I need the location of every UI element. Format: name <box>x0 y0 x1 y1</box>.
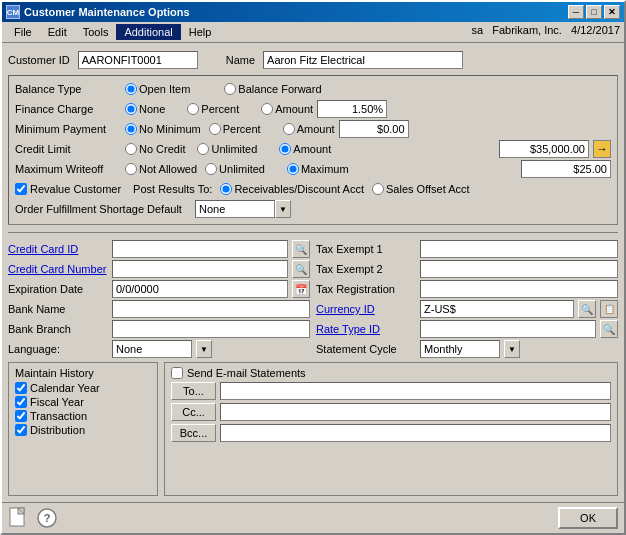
menu-help[interactable]: Help <box>181 24 220 40</box>
currency-id-link[interactable]: Currency ID <box>316 303 416 315</box>
post-results-label: Post Results To: <box>133 183 212 195</box>
finance-charge-radios: None Percent Amount <box>125 100 387 118</box>
bank-name-label: Bank Name <box>8 303 108 315</box>
bank-name-input[interactable] <box>112 300 310 318</box>
menu-additional[interactable]: Additional <box>116 24 180 40</box>
customer-id-input[interactable] <box>78 51 198 69</box>
middle-section: Credit Card ID 🔍 Credit Card Number 🔍 Ex… <box>8 240 618 358</box>
credit-card-id-search-btn[interactable]: 🔍 <box>292 240 310 258</box>
statement-cycle-label: Statement Cycle <box>316 343 416 355</box>
credit-card-id-link[interactable]: Credit Card ID <box>8 243 108 255</box>
order-fulfillment-label: Order Fulfillment Shortage Default <box>15 203 195 215</box>
language-label: Language: <box>8 343 108 355</box>
expiration-date-cal-btn[interactable]: 📅 <box>292 280 310 298</box>
title-bar: CM Customer Maintenance Options ─ □ ✕ <box>2 2 624 22</box>
min-percent-option[interactable]: Percent <box>209 123 261 135</box>
send-email-checkbox[interactable] <box>171 367 183 379</box>
email-to-input[interactable] <box>220 382 611 400</box>
revalue-customer-checkbox[interactable]: Revalue Customer <box>15 183 121 195</box>
finance-percent-option[interactable]: Percent <box>187 103 239 115</box>
credit-card-number-input[interactable] <box>112 260 288 278</box>
left-fields: Credit Card ID 🔍 Credit Card Number 🔍 Ex… <box>8 240 310 358</box>
distribution-checkbox[interactable] <box>15 424 27 436</box>
tax-exempt2-row: Tax Exempt 2 <box>316 260 618 278</box>
history-fiscal-year: Fiscal Year <box>15 396 151 408</box>
currency-id-copy-btn[interactable]: 📋 <box>600 300 618 318</box>
calendar-year-checkbox[interactable] <box>15 382 27 394</box>
currency-id-input[interactable] <box>420 300 574 318</box>
email-to-btn[interactable]: To... <box>171 382 216 400</box>
close-button[interactable]: ✕ <box>604 5 620 19</box>
order-fulfillment-input[interactable]: None <box>195 200 275 218</box>
statement-cycle-dropdown-btn[interactable]: ▼ <box>504 340 520 358</box>
maximum-writeoff-value[interactable] <box>521 160 611 178</box>
history-transaction: Transaction <box>15 410 151 422</box>
email-cc-input[interactable] <box>220 403 611 421</box>
language-input[interactable] <box>112 340 192 358</box>
email-cc-btn[interactable]: Cc... <box>171 403 216 421</box>
order-fulfillment-dropdown-btn[interactable]: ▼ <box>275 200 291 218</box>
email-title-row: Send E-mail Statements <box>171 367 611 379</box>
credit-card-number-link[interactable]: Credit Card Number <box>8 263 108 275</box>
bank-branch-input[interactable] <box>112 320 310 338</box>
credit-limit-arrow[interactable]: → <box>593 140 611 158</box>
right-fields: Tax Exempt 1 Tax Exempt 2 Tax Registrati… <box>316 240 618 358</box>
svg-text:?: ? <box>44 512 51 524</box>
no-minimum-option[interactable]: No Minimum <box>125 123 201 135</box>
credit-card-number-search-btn[interactable]: 🔍 <box>292 260 310 278</box>
window-title: Customer Maintenance Options <box>24 6 190 18</box>
expiration-date-row: Expiration Date 📅 <box>8 280 310 298</box>
rate-type-id-input[interactable] <box>420 320 596 338</box>
not-allowed-option[interactable]: Not Allowed <box>125 163 197 175</box>
post-receivables-option[interactable]: Receivables/Discount Acct <box>220 183 364 195</box>
statement-cycle-input[interactable] <box>420 340 500 358</box>
tax-exempt2-input[interactable] <box>420 260 618 278</box>
credit-card-id-input[interactable] <box>112 240 288 258</box>
menu-file[interactable]: File <box>6 24 40 40</box>
email-bcc-input[interactable] <box>220 424 611 442</box>
new-doc-icon[interactable] <box>8 507 30 529</box>
tax-exempt1-input[interactable] <box>420 240 618 258</box>
balance-type-radios: Open Item Balance Forward <box>125 83 322 95</box>
minimum-payment-value[interactable] <box>339 120 409 138</box>
finance-none-option[interactable]: None <box>125 103 165 115</box>
email-bcc-btn[interactable]: Bcc... <box>171 424 216 442</box>
finance-amount-option[interactable]: Amount <box>261 103 313 115</box>
main-options-section: Balance Type Open Item Balance Forward F… <box>8 75 618 225</box>
main-window: CM Customer Maintenance Options ─ □ ✕ Fi… <box>0 0 626 535</box>
min-amount-option[interactable]: Amount <box>283 123 335 135</box>
minimize-button[interactable]: ─ <box>568 5 584 19</box>
fiscal-year-checkbox[interactable] <box>15 396 27 408</box>
content-area: Customer ID Name Balance Type Open Item … <box>2 43 624 502</box>
customer-name-label: Name <box>226 54 255 66</box>
maximum-writeoff-row: Maximum Writeoff Not Allowed Unlimited M… <box>15 160 611 178</box>
customer-row: Customer ID Name <box>8 49 618 71</box>
customer-name-input[interactable] <box>263 51 463 69</box>
credit-card-id-row: Credit Card ID 🔍 <box>8 240 310 258</box>
maximum-writeoff-radios: Not Allowed Unlimited Maximum <box>125 160 611 178</box>
rate-type-id-search-btn[interactable]: 🔍 <box>600 320 618 338</box>
currency-id-search-btn[interactable]: 🔍 <box>578 300 596 318</box>
maintain-history-title: Maintain History <box>15 367 151 379</box>
credit-limit-value[interactable] <box>499 140 589 158</box>
balance-forward-option[interactable]: Balance Forward <box>224 83 321 95</box>
help-icon[interactable]: ? <box>36 507 58 529</box>
open-item-option[interactable]: Open Item <box>125 83 190 95</box>
maximize-button[interactable]: □ <box>586 5 602 19</box>
finance-charge-value[interactable] <box>317 100 387 118</box>
credit-amount-option[interactable]: Amount <box>279 143 331 155</box>
credit-unlimited-option[interactable]: Unlimited <box>197 143 257 155</box>
menu-tools[interactable]: Tools <box>75 24 117 40</box>
expiration-date-input[interactable] <box>112 280 288 298</box>
maximum-option[interactable]: Maximum <box>287 163 349 175</box>
menu-edit[interactable]: Edit <box>40 24 75 40</box>
tax-registration-input[interactable] <box>420 280 618 298</box>
language-dropdown-btn[interactable]: ▼ <box>196 340 212 358</box>
post-sales-offset-option[interactable]: Sales Offset Acct <box>372 183 470 195</box>
ok-button[interactable]: OK <box>558 507 618 529</box>
rate-type-id-link[interactable]: Rate Type ID <box>316 323 416 335</box>
transaction-checkbox[interactable] <box>15 410 27 422</box>
no-credit-option[interactable]: No Credit <box>125 143 185 155</box>
writeoff-unlimited-option[interactable]: Unlimited <box>205 163 265 175</box>
bank-branch-row: Bank Branch <box>8 320 310 338</box>
